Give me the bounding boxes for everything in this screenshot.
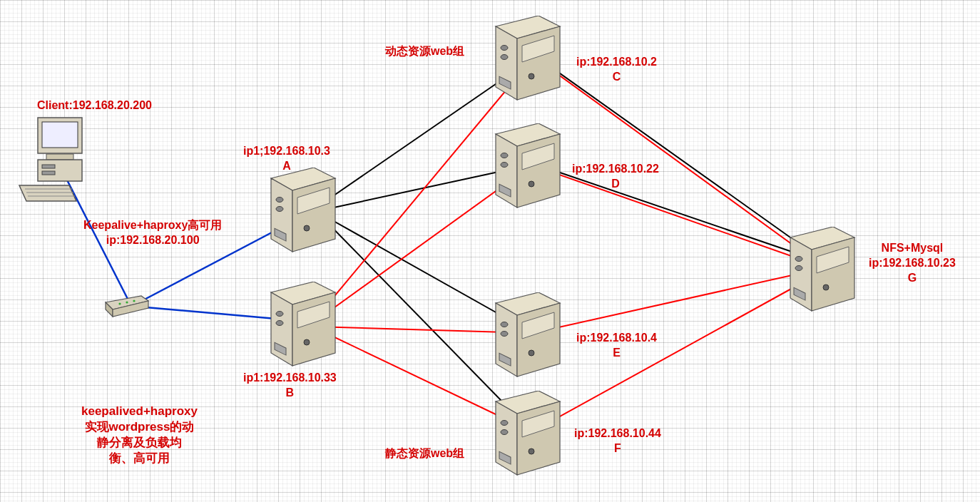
server-e-icon bbox=[489, 292, 567, 384]
server-c-icon bbox=[489, 16, 567, 108]
static-group-label: 静态资源web组 bbox=[385, 446, 464, 461]
server-c-ip: ip:192.168.10.2 bbox=[576, 55, 657, 70]
server-g-icon bbox=[783, 227, 862, 319]
caption-line3: 静分离及负载均 bbox=[81, 435, 198, 451]
server-c-id: C bbox=[576, 70, 657, 85]
server-a-id: A bbox=[243, 159, 330, 174]
server-c-label: ip:192.168.10.2 C bbox=[576, 55, 657, 85]
switch-label-line1: Keepalive+haproxy高可用 bbox=[83, 218, 222, 233]
server-a-label: ip1;192.168.10.3 A bbox=[243, 144, 330, 174]
svg-point-27 bbox=[126, 301, 128, 303]
server-b-icon bbox=[264, 282, 342, 374]
server-e-ip: ip:192.168.10.4 bbox=[576, 331, 657, 346]
svg-rect-18 bbox=[42, 122, 78, 148]
caption-line4: 衡、高可用 bbox=[81, 451, 198, 466]
server-d-icon bbox=[489, 123, 567, 215]
caption-line2: 实现wordpress的动 bbox=[81, 419, 198, 435]
client-label: Client:192.168.20.200 bbox=[37, 98, 152, 113]
server-d-id: D bbox=[572, 177, 659, 192]
server-g-title: NFS+Mysql bbox=[869, 241, 956, 256]
server-d-label: ip:192.168.10.22 D bbox=[572, 162, 659, 192]
server-g-id: G bbox=[869, 271, 956, 286]
svg-point-28 bbox=[133, 299, 135, 302]
caption: keepalived+haproxy 实现wordpress的动 静分离及负载均… bbox=[81, 404, 198, 466]
server-a-ip: ip1;192.168.10.3 bbox=[243, 144, 330, 159]
server-b-ip: ip1:192.168.10.33 bbox=[243, 371, 337, 386]
server-f-icon bbox=[489, 391, 567, 483]
switch-label-line2: ip:192.168.20.100 bbox=[83, 233, 222, 248]
server-d-ip: ip:192.168.10.22 bbox=[572, 162, 659, 177]
server-g-ip: ip:192.168.10.23 bbox=[869, 256, 956, 271]
caption-line1: keepalived+haproxy bbox=[81, 404, 198, 419]
server-g-label: NFS+Mysql ip:192.168.10.23 G bbox=[869, 241, 956, 285]
client-computer-icon bbox=[18, 114, 96, 210]
svg-rect-19 bbox=[46, 154, 73, 160]
server-f-id: F bbox=[574, 441, 661, 456]
server-f-ip: ip:192.168.10.44 bbox=[574, 426, 661, 441]
switch-icon bbox=[102, 294, 152, 322]
server-a-icon bbox=[264, 168, 342, 260]
svg-point-26 bbox=[118, 302, 121, 304]
svg-rect-22 bbox=[42, 171, 55, 175]
dynamic-group-label: 动态资源web组 bbox=[385, 44, 464, 59]
switch-label: Keepalive+haproxy高可用 ip:192.168.20.100 bbox=[83, 218, 222, 248]
server-b-label: ip1:192.168.10.33 B bbox=[243, 371, 337, 401]
svg-rect-21 bbox=[42, 165, 55, 168]
server-f-label: ip:192.168.10.44 F bbox=[574, 426, 661, 456]
svg-rect-20 bbox=[38, 160, 82, 181]
server-b-id: B bbox=[243, 386, 337, 401]
server-e-id: E bbox=[576, 346, 657, 361]
server-e-label: ip:192.168.10.4 E bbox=[576, 331, 657, 361]
